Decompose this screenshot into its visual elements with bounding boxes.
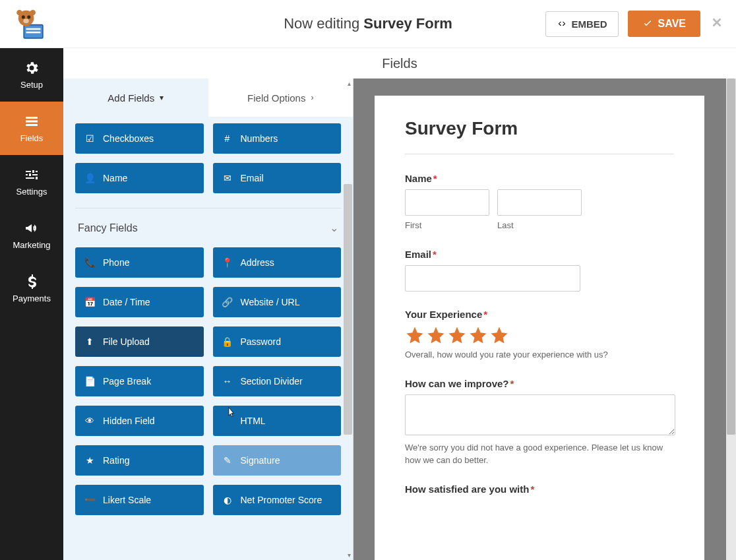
list-icon (24, 113, 40, 129)
chevron-down-icon: ⌄ (330, 222, 338, 234)
field-type-label: Checkboxes (103, 133, 154, 144)
sidenav-label: Payments (13, 294, 51, 303)
check-icon (642, 18, 653, 29)
close-icon[interactable] (710, 15, 724, 32)
star-icon[interactable] (489, 325, 509, 345)
sidenav-label: Setup (20, 80, 43, 90)
fancy-fields-section-header[interactable]: Fancy Fields ⌄ (75, 208, 341, 241)
field-type-net-promoter-score[interactable]: ◐Net Promoter Score (213, 485, 342, 515)
field-type-website-url[interactable]: 🔗Website / URL (213, 287, 342, 317)
field-type-label: Signature (241, 455, 280, 466)
field-type-section-divider[interactable]: ↔Section Divider (213, 366, 342, 396)
star-icon[interactable] (468, 325, 488, 345)
user-icon: 👤 (84, 173, 95, 183)
tab-field-options[interactable]: Field Options› (208, 78, 353, 117)
field-type-label: Numbers (241, 133, 278, 144)
field-type-label: Net Promoter Score (241, 495, 322, 505)
field-type-phone[interactable]: 📞Phone (75, 247, 204, 278)
svg-rect-2 (26, 32, 41, 34)
gear-icon (24, 60, 40, 76)
app-logo (0, 0, 63, 48)
side-nav: SetupFieldsSettingsMarketingPayments (0, 48, 63, 560)
field-improve[interactable]: How can we improve?* We're sorry you did… (405, 378, 674, 466)
field-name[interactable]: Name* First Last (405, 173, 674, 232)
copy-icon: 📄 (84, 376, 95, 387)
embed-button[interactable]: EMBED (545, 11, 618, 37)
field-type-label: Name (103, 173, 127, 183)
field-type-label: Address (241, 257, 274, 268)
center-header: Fields (63, 48, 736, 78)
top-bar: Now editing Survey Form EMBED SAVE (0, 0, 736, 48)
preview-scrollbar-thumb[interactable] (727, 78, 735, 435)
improve-textarea[interactable] (405, 394, 675, 435)
left-scrollbar-thumb[interactable] (344, 184, 352, 435)
form-preview-area: Survey Form Name* First Last Email* You (353, 78, 736, 560)
svg-point-8 (30, 10, 35, 15)
upload-icon: ⬆ (84, 336, 95, 347)
sidenav-label: Settings (16, 187, 47, 197)
star-icon[interactable] (447, 325, 467, 345)
hash-icon: # (222, 133, 233, 144)
sidenav-item-marketing[interactable]: Marketing (0, 208, 63, 262)
check-square-icon: ☑ (84, 133, 95, 144)
scroll-down-arrow-icon[interactable]: ▾ (348, 551, 351, 559)
sidenav-item-setup[interactable]: Setup (0, 48, 63, 102)
field-type-label: HTML (241, 416, 266, 426)
svg-point-5 (27, 15, 30, 18)
field-type-date-time[interactable]: 📅Date / Time (75, 287, 204, 317)
star-icon[interactable] (426, 325, 446, 345)
last-name-input[interactable] (497, 189, 582, 216)
field-experience[interactable]: Your Experience* Overall, how would you … (405, 309, 674, 361)
field-type-signature[interactable]: ✎Signature (213, 445, 342, 476)
sidenav-item-payments[interactable]: Payments (0, 262, 63, 315)
tachometer-icon: ◐ (222, 495, 233, 505)
field-type-password[interactable]: 🔒Password (213, 327, 342, 357)
field-type-label: File Upload (103, 336, 150, 347)
code-icon (557, 18, 567, 29)
field-type-address[interactable]: 📍Address (213, 247, 342, 278)
sliders-icon (24, 167, 40, 183)
field-type-email[interactable]: ✉Email (213, 163, 342, 193)
field-type-numbers[interactable]: #Numbers (213, 123, 342, 154)
field-type-label: Page Break (103, 376, 151, 387)
left-scrollbar[interactable]: ▴ ▾ (343, 78, 353, 560)
link-icon: 🔗 (222, 297, 233, 307)
sidenav-item-settings[interactable]: Settings (0, 155, 63, 208)
envelope-icon: ✉ (222, 173, 233, 183)
field-type-file-upload[interactable]: ⬆File Upload (75, 327, 204, 357)
tab-add-fields[interactable]: Add Fields▾ (63, 78, 208, 117)
field-type-label: Password (241, 336, 281, 347)
field-type-checkboxes[interactable]: ☑Checkboxes (75, 123, 204, 154)
pencil-icon: ✎ (222, 455, 233, 466)
arrows-h-icon: ↔ (222, 376, 233, 387)
lock-icon: 🔒 (222, 336, 233, 347)
field-type-label: Date / Time (103, 297, 150, 307)
eye-slash-icon: 👁 (84, 416, 95, 426)
field-type-label: Hidden Field (103, 416, 155, 426)
field-satisfied[interactable]: How satisfied are you with* (405, 483, 674, 495)
field-type-page-break[interactable]: 📄Page Break (75, 366, 204, 396)
field-type-html[interactable]: HTML (213, 406, 342, 436)
field-email[interactable]: Email* (405, 249, 674, 292)
scroll-up-arrow-icon[interactable]: ▴ (348, 80, 351, 87)
field-type-name[interactable]: 👤Name (75, 163, 204, 193)
field-type-hidden-field[interactable]: 👁Hidden Field (75, 406, 204, 436)
field-type-likert-scale[interactable]: ➖Likert Scale (75, 485, 204, 515)
first-name-input[interactable] (405, 189, 489, 216)
form-card: Survey Form Name* First Last Email* You (375, 96, 704, 560)
field-type-label: Section Divider (241, 376, 303, 387)
star-icon: ★ (84, 455, 95, 466)
svg-point-4 (22, 15, 25, 18)
preview-scrollbar[interactable] (726, 78, 736, 560)
field-type-rating[interactable]: ★Rating (75, 445, 204, 476)
svg-point-6 (23, 18, 28, 23)
star-icon[interactable] (405, 325, 425, 345)
dollar-icon (24, 274, 40, 290)
email-input[interactable] (405, 265, 580, 292)
sidenav-label: Marketing (13, 240, 50, 250)
field-type-label: Likert Scale (103, 495, 151, 505)
save-button[interactable]: SAVE (628, 11, 700, 37)
sidenav-label: Fields (20, 133, 44, 143)
calendar-icon: 📅 (84, 297, 95, 307)
sidenav-item-fields[interactable]: Fields (0, 102, 63, 155)
